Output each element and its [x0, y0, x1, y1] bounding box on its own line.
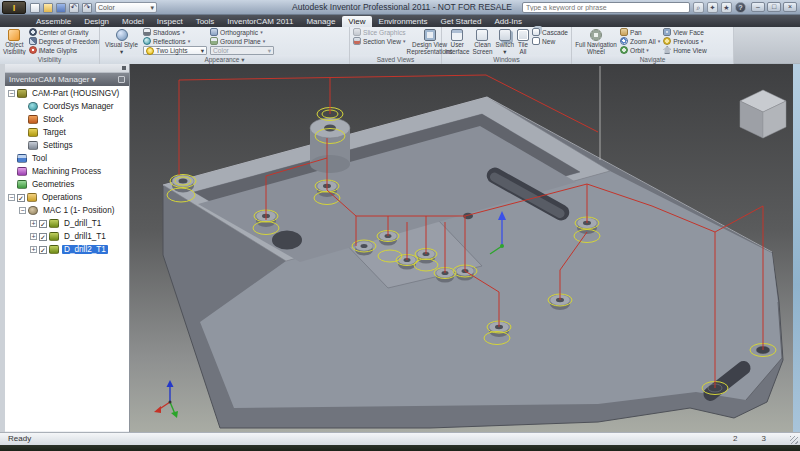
application-menu-button[interactable]: I [2, 1, 26, 14]
search-input[interactable] [522, 2, 690, 13]
tree-item-stock[interactable]: Stock [5, 113, 129, 126]
geometries-icon [17, 180, 27, 189]
maximize-button[interactable]: □ [767, 2, 781, 12]
section-view-button[interactable]: Section View▾ [353, 37, 406, 45]
tree-item-d-drill-t1[interactable]: +✓D_drill_T1 [5, 217, 129, 230]
settings-icon [28, 141, 38, 150]
chevron-down-icon: ▾ [150, 4, 154, 12]
tree-item-coordsys-manager[interactable]: CoordSys Manager [5, 100, 129, 113]
checkbox[interactable]: ✓ [39, 246, 47, 254]
tab-inspect[interactable]: Inspect [151, 16, 189, 27]
tree-item-machining-process[interactable]: Machining Process [5, 165, 129, 178]
clean-screen-icon [476, 29, 488, 41]
tree-item-mac-1-1-position[interactable]: −MAC 1 (1- Position) [5, 204, 129, 217]
previous-view-button[interactable]: Previous▾ [663, 37, 707, 45]
drill-icon [49, 219, 59, 228]
close-button[interactable]: × [783, 2, 797, 12]
view-face-icon [663, 28, 671, 36]
zoom-all-button[interactable]: Zoom All▾ [620, 37, 660, 45]
minimize-button[interactable]: – [751, 2, 765, 12]
browser-header[interactable]: InventorCAM Manager ▾ [5, 73, 129, 86]
ground-plane-button[interactable]: Ground Plane▾ [210, 37, 274, 45]
viewport-3d[interactable]: – ▫ × [130, 64, 793, 432]
ground-plane-icon [210, 37, 218, 45]
search-icon[interactable]: ⌕ [693, 2, 704, 13]
lighting-style-dropdown[interactable]: Two Lights▾ [143, 46, 207, 55]
visual-style-button[interactable]: Visual Style▾ [103, 28, 140, 55]
shadows-button[interactable]: Shadows▾ [143, 28, 207, 36]
new-window-button[interactable]: New [532, 37, 568, 45]
tree-item-target[interactable]: Target [5, 126, 129, 139]
tab-inventorcam-2011[interactable]: InventorCAM 2011 [221, 16, 299, 27]
tab-get-started[interactable]: Get Started [434, 16, 487, 27]
tree-item-settings[interactable]: Settings [5, 139, 129, 152]
pan-button[interactable]: Pan [620, 28, 660, 36]
app-window: I ↶ ↷ Color ▾ Autodesk Inventor Professi… [0, 0, 800, 451]
browser-pin-icon[interactable] [118, 76, 125, 83]
tile-all-button[interactable]: Tile All [517, 28, 529, 55]
save-icon[interactable] [56, 3, 66, 13]
expander-icon[interactable]: + [30, 220, 37, 227]
panel-visibility: Object Visibility Center of Gravity Degr… [0, 27, 100, 64]
resize-grip[interactable] [790, 436, 798, 444]
chevron-down-icon: ▾ [268, 47, 271, 55]
clean-screen-button[interactable]: Clean Screen [473, 28, 493, 55]
tab-view[interactable]: View [342, 16, 371, 27]
tab-manage[interactable]: Manage [300, 16, 341, 27]
degrees-of-freedom-button[interactable]: Degrees of Freedom [29, 37, 99, 45]
tree-item-geometries[interactable]: Geometries [5, 178, 129, 191]
browser-menu-icon[interactable] [122, 66, 126, 70]
tree-item-d-drill1-t1[interactable]: +✓D_drill1_T1 [5, 230, 129, 243]
object-visibility-button[interactable]: Object Visibility [3, 28, 26, 55]
tree-item-d-drill2-t1[interactable]: +✓D_drill2_T1 [5, 243, 129, 256]
checkbox[interactable]: ✓ [39, 233, 47, 241]
color-dropdown[interactable]: Color▾ [210, 46, 274, 55]
tree-item-operations[interactable]: −✓Operations [5, 191, 129, 204]
user-interface-button[interactable]: User Interface [445, 28, 470, 55]
redo-icon[interactable]: ↷ [82, 3, 92, 13]
new-window-icon [532, 37, 540, 45]
view-face-button[interactable]: View Face [663, 28, 707, 36]
subscription-icon[interactable]: ✦ [707, 2, 718, 13]
model-canvas[interactable] [130, 64, 793, 432]
orbit-button[interactable]: Orbit▾ [620, 46, 660, 54]
expander-icon[interactable]: + [30, 233, 37, 240]
slice-graphics-button[interactable]: Slice Graphics [353, 28, 406, 36]
expander-icon[interactable]: − [8, 194, 15, 201]
undo-icon[interactable]: ↶ [69, 3, 79, 13]
expander-icon[interactable]: − [8, 90, 15, 97]
object-visibility-label: Object Visibility [3, 42, 26, 56]
new-file-icon[interactable] [30, 3, 40, 13]
switch-windows-button[interactable]: Switch▾ [495, 28, 514, 55]
tab-add-ins[interactable]: Add-Ins [488, 16, 528, 27]
section-view-icon [353, 37, 361, 45]
checkbox[interactable]: ✓ [17, 194, 25, 202]
tree-item-cam-part-housingv[interactable]: −CAM-Part (HOUSINGV) [5, 87, 129, 100]
imate-glyphs-button[interactable]: iMate Glyphs [29, 46, 99, 54]
operations-icon [27, 193, 37, 202]
chevron-down-icon: ▾ [201, 47, 204, 55]
favorites-star-icon[interactable]: ★ [721, 2, 732, 13]
checkbox[interactable]: ✓ [39, 220, 47, 228]
panel-saved-views: Slice Graphics Section View▾ Design View… [350, 27, 442, 64]
tree-item-label: D_drill1_T1 [62, 232, 108, 241]
tab-environments[interactable]: Environments [373, 16, 434, 27]
center-of-gravity-button[interactable]: Center of Gravity [29, 28, 99, 36]
help-icon[interactable]: ? [735, 2, 746, 13]
tree-item-tool[interactable]: Tool [5, 152, 129, 165]
tab-design[interactable]: Design [78, 16, 115, 27]
open-file-icon[interactable] [43, 3, 53, 13]
orthographic-button[interactable]: Orthographic▾ [210, 28, 274, 36]
cascade-button[interactable]: Cascade [532, 28, 568, 36]
expander-icon[interactable]: + [30, 246, 37, 253]
reflections-button[interactable]: Reflections▾ [143, 37, 207, 45]
browser-title: InventorCAM Manager ▾ [9, 73, 96, 86]
color-override-dropdown[interactable]: Color ▾ [95, 2, 157, 13]
tab-model[interactable]: Model [116, 16, 150, 27]
full-navigation-wheel-button[interactable]: Full Navigation Wheel▾ [575, 28, 617, 55]
home-view-button[interactable]: Home View [663, 46, 707, 54]
tab-assemble[interactable]: Assemble [30, 16, 77, 27]
mac-icon [28, 206, 38, 215]
expander-icon[interactable]: − [19, 207, 26, 214]
tab-tools[interactable]: Tools [190, 16, 221, 27]
